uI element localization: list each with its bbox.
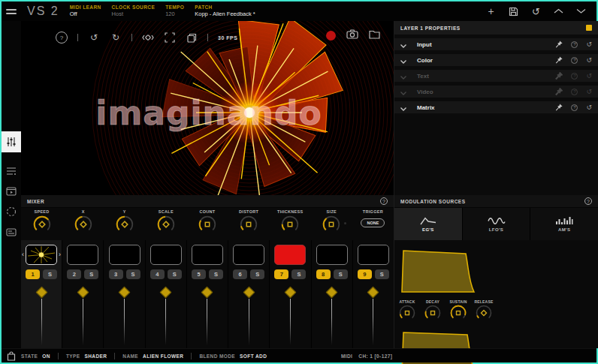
property-section-matrix[interactable]: Matrix ? ↺ xyxy=(394,101,598,113)
channel-fader[interactable] xyxy=(353,288,394,345)
solo-button[interactable]: S xyxy=(291,269,306,279)
fullscreen-icon[interactable] xyxy=(164,32,176,44)
chevron-up-icon[interactable] xyxy=(554,7,563,17)
tab-egs[interactable]: EG'S xyxy=(394,208,462,240)
layer-color-swatch[interactable] xyxy=(586,25,592,31)
pin-icon[interactable] xyxy=(555,104,563,111)
chevron-down-icon[interactable] xyxy=(400,69,406,83)
channel-number-button[interactable]: 5 xyxy=(192,269,206,279)
store-bag-icon[interactable] xyxy=(2,351,21,361)
channel-1[interactable]: ‹ › 1 S xyxy=(21,240,62,348)
fader-handle[interactable] xyxy=(367,287,379,299)
trigger-mode-button[interactable]: NONE xyxy=(361,218,385,227)
channel-2[interactable]: 2 S xyxy=(62,240,103,348)
hamburger-menu-icon[interactable] xyxy=(2,9,21,14)
record-button[interactable] xyxy=(326,31,336,41)
help-icon[interactable]: ? xyxy=(571,41,578,48)
channel-number-button[interactable]: 8 xyxy=(316,269,331,279)
camera-icon[interactable] xyxy=(346,29,358,42)
tab-ams[interactable]: AM'S xyxy=(530,208,598,240)
tempo-field[interactable]: TEMPO 120 xyxy=(165,5,184,18)
channel-5[interactable]: 5 S xyxy=(187,240,228,348)
fader-handle[interactable] xyxy=(160,287,172,299)
channel-9[interactable]: 9 S xyxy=(353,240,394,348)
help-icon[interactable]: ? xyxy=(571,73,578,80)
channel-number-button[interactable]: 3 xyxy=(109,269,123,279)
pin-icon[interactable] xyxy=(555,72,563,80)
channel-1-thumbnail[interactable] xyxy=(26,245,57,265)
eg1-sustain-knob[interactable]: SUSTAIN xyxy=(445,299,471,322)
channel-8[interactable]: 8 S xyxy=(312,240,352,348)
channel-number-button[interactable]: 4 xyxy=(150,269,165,279)
help-icon[interactable]: ? xyxy=(571,89,578,95)
sidebar-item-video-library[interactable] xyxy=(2,181,21,202)
new-patch-icon[interactable]: + xyxy=(486,7,496,17)
channel-6-thumbnail[interactable] xyxy=(233,245,264,265)
channel-8-thumbnail[interactable] xyxy=(316,245,348,265)
channel-number-button[interactable]: 7 xyxy=(274,269,288,279)
property-section-text[interactable]: Text ? ↺ xyxy=(394,70,598,82)
sidebar-item-loading[interactable] xyxy=(2,201,21,222)
chevron-down-icon[interactable] xyxy=(400,101,406,114)
chevron-down-icon[interactable] xyxy=(400,53,406,67)
channel-number-button[interactable]: 2 xyxy=(67,269,81,279)
channel-number-button[interactable]: 9 xyxy=(358,269,372,279)
knob-thickness[interactable]: THICKNESS xyxy=(270,208,311,240)
help-icon[interactable]: ? xyxy=(56,32,68,44)
pin-icon[interactable] xyxy=(555,41,563,48)
clock-source-field[interactable]: CLOCK SOURCE Host xyxy=(112,5,156,18)
chevron-down-icon[interactable] xyxy=(400,85,406,98)
channel-fader[interactable] xyxy=(104,288,144,345)
channel-7[interactable]: 7 S xyxy=(270,240,310,348)
tempo-value[interactable]: 120 xyxy=(165,11,184,17)
channel-9-thumbnail[interactable] xyxy=(358,245,389,265)
reset-icon[interactable]: ↺ xyxy=(586,104,592,111)
reset-icon[interactable]: ↺ xyxy=(586,89,592,95)
patch-value[interactable]: Kopp - Alien Feedback * xyxy=(195,11,255,17)
undo-icon[interactable]: ↺ xyxy=(88,32,100,44)
channel-fader[interactable] xyxy=(270,288,310,345)
eg1-decay-knob[interactable]: DECAY xyxy=(420,299,445,322)
pan-icon[interactable] xyxy=(142,32,154,44)
solo-button[interactable]: S xyxy=(375,269,389,279)
pin-icon[interactable] xyxy=(555,56,563,64)
channel-5-thumbnail[interactable] xyxy=(192,245,223,265)
channel-fader[interactable] xyxy=(62,288,103,345)
knob-scale[interactable]: SCALE xyxy=(145,208,186,240)
channel-number-button[interactable]: 1 xyxy=(26,269,40,279)
property-section-input[interactable]: Input ? ↺ xyxy=(394,38,598,50)
undo-icon[interactable]: ↺ xyxy=(531,7,541,17)
channel-6[interactable]: 6 S xyxy=(228,240,269,348)
chevron-down-icon[interactable] xyxy=(400,38,406,51)
channel-4-thumbnail[interactable] xyxy=(150,245,182,265)
channel-fader[interactable] xyxy=(228,288,269,345)
fader-handle[interactable] xyxy=(285,287,297,299)
channel-2-thumbnail[interactable] xyxy=(67,245,98,265)
sidebar-item-mixer[interactable] xyxy=(2,131,21,152)
solo-button[interactable]: S xyxy=(43,269,57,279)
channel-number-button[interactable]: 6 xyxy=(233,269,247,279)
eg1-attack-knob[interactable]: ATTACK xyxy=(394,299,420,322)
knob-x[interactable]: X xyxy=(62,208,104,240)
help-icon[interactable]: ? xyxy=(571,57,578,64)
fader-handle[interactable] xyxy=(35,287,47,299)
solo-button[interactable]: S xyxy=(209,269,223,279)
midi-learn-value[interactable]: Off xyxy=(70,11,101,17)
eg1-envelope-display[interactable] xyxy=(400,245,491,296)
chevron-down-icon[interactable] xyxy=(576,7,586,17)
help-icon[interactable]: ? xyxy=(584,197,592,205)
eg1-release-knob[interactable]: RELEASE xyxy=(471,299,497,322)
solo-button[interactable]: S xyxy=(84,269,98,279)
knob-count[interactable]: COUNT xyxy=(186,208,228,240)
solo-button[interactable]: S xyxy=(250,269,264,279)
channel-fader[interactable] xyxy=(187,288,228,345)
sidebar-item-playlist[interactable] xyxy=(2,161,21,182)
sidebar-item-banner[interactable] xyxy=(2,221,21,242)
duplicate-icon[interactable] xyxy=(186,32,198,44)
redo-icon[interactable]: ↻ xyxy=(110,32,122,44)
patch-field[interactable]: PATCH Kopp - Alien Feedback * xyxy=(195,5,255,18)
fader-handle[interactable] xyxy=(243,287,255,299)
reset-icon[interactable]: ↺ xyxy=(586,57,592,64)
tab-lfos[interactable]: LFO'S xyxy=(463,208,530,240)
solo-button[interactable]: S xyxy=(126,269,140,279)
